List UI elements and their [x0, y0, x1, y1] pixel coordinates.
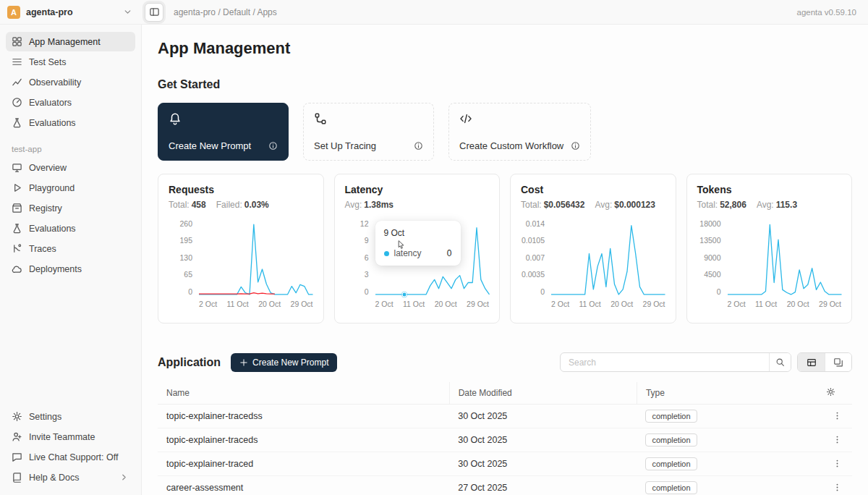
- search-button[interactable]: [769, 353, 791, 371]
- traces-icon: [12, 243, 22, 254]
- card-view-icon: [833, 358, 843, 368]
- row-menu-button[interactable]: [831, 457, 843, 470]
- table-row-topic-explainer-traced[interactable]: topic-explainer-traced 30 Oct 2025 compl…: [158, 452, 852, 475]
- app-name-cell[interactable]: topic-explainer-tracedss: [158, 404, 449, 428]
- y-tick: 130: [179, 254, 192, 262]
- stat-metric: Avg:$0.000123: [595, 200, 655, 210]
- stat-metric: Failed:0.03%: [216, 200, 269, 210]
- column-header-date-modified[interactable]: Date Modified: [449, 382, 637, 404]
- cloud-icon: [12, 263, 22, 274]
- stat-card-cost: Cost Total:$0.056432Avg:$0.000123 0.0140…: [510, 174, 676, 323]
- stat-card-title: Latency: [345, 184, 490, 195]
- get-started-card-set-up-tracing[interactable]: Set Up Tracing: [303, 103, 434, 161]
- create-new-prompt-button[interactable]: Create New Prompt: [231, 353, 337, 372]
- sidebar-main-nav: App Management Test Sets Observability E…: [6, 32, 135, 133]
- stat-card-metrics: Total:458Failed:0.03%: [169, 200, 313, 210]
- stat-card-metrics: Total:52,806Avg:115.3: [697, 200, 842, 210]
- chevron-right-icon: [119, 472, 129, 483]
- sidebar-panel-icon: [149, 7, 160, 17]
- card-view-button[interactable]: [825, 353, 851, 371]
- x-tick: 11 Oct: [227, 300, 249, 308]
- get-started-card-label: Set Up Tracing: [314, 140, 376, 151]
- y-tick: 12: [360, 220, 369, 228]
- x-tick: 2 Oct: [199, 300, 217, 308]
- sidebar: App Management Test Sets Observability E…: [0, 25, 142, 495]
- app-date-modified-cell: 27 Oct 2025: [449, 475, 637, 495]
- y-tick: 0: [188, 288, 192, 296]
- chart-x-axis: 2 Oct11 Oct20 Oct29 Oct: [551, 300, 665, 308]
- view-toggle: [797, 352, 852, 372]
- code-icon: [459, 112, 580, 125]
- x-tick: 29 Oct: [643, 300, 665, 308]
- dots-vertical-icon: [833, 483, 842, 492]
- stat-card-title: Cost: [521, 184, 665, 195]
- column-header-name[interactable]: Name: [158, 382, 449, 404]
- sidebar-item-evaluations[interactable]: Evaluations: [6, 113, 135, 132]
- row-menu-button[interactable]: [831, 410, 843, 422]
- sidebar-item-app-management[interactable]: App Management: [6, 32, 135, 51]
- app-name-cell[interactable]: career-assessment: [158, 475, 449, 495]
- row-menu-button[interactable]: [831, 481, 843, 494]
- user-plus-icon: [12, 431, 22, 442]
- x-tick: 20 Oct: [435, 300, 457, 308]
- info-icon[interactable]: [571, 141, 580, 151]
- table-header-row: Name Date Modified Type: [158, 382, 852, 404]
- sidebar-item-traces[interactable]: Traces: [6, 239, 135, 258]
- stat-card-metrics: Avg:1.38ms: [345, 200, 490, 210]
- y-tick: 0.007: [526, 254, 545, 262]
- sidebar-toggle-button[interactable]: [145, 3, 163, 22]
- x-tick: 11 Oct: [403, 300, 425, 308]
- table-row-topic-explainer-traceds[interactable]: topic-explainer-traceds 30 Oct 2025 comp…: [158, 428, 852, 452]
- x-tick: 11 Oct: [579, 300, 601, 308]
- table-view-button[interactable]: [798, 353, 825, 371]
- chart-x-axis: 2 Oct11 Oct20 Oct29 Oct: [728, 300, 842, 308]
- x-tick: 2 Oct: [551, 300, 569, 308]
- chart-plot: [551, 220, 665, 295]
- table-settings-icon[interactable]: [826, 387, 835, 397]
- chart-x-axis: 2 Oct11 Oct20 Oct29 Oct: [375, 300, 490, 308]
- sidebar-item-live-chat-support-off[interactable]: Live Chat Support: Off: [6, 447, 135, 467]
- sidebar-item-evaluators[interactable]: Evaluators: [6, 93, 135, 112]
- info-icon[interactable]: [268, 141, 278, 151]
- y-tick: 3: [365, 271, 369, 279]
- get-started-cards: Create New Prompt Set Up Tracing Create …: [158, 103, 852, 161]
- sidebar-item-evaluations[interactable]: Evaluations: [6, 219, 135, 238]
- sidebar-item-label: Help & Docs: [29, 473, 79, 483]
- sidebar-app-nav: Overview Playground Registry Evaluations…: [6, 158, 135, 279]
- sidebar-item-observability[interactable]: Observability: [6, 72, 135, 92]
- info-icon[interactable]: [414, 141, 423, 151]
- play-icon: [12, 182, 22, 193]
- app-name-cell[interactable]: topic-explainer-traced: [158, 452, 449, 475]
- sidebar-item-label: Playground: [29, 183, 75, 193]
- sidebar-item-test-sets[interactable]: Test Sets: [6, 52, 135, 72]
- sidebar-item-registry[interactable]: Registry: [6, 198, 135, 218]
- stat-card-latency: Latency Avg:1.38ms 129630 2 Oct11 Oct20 …: [334, 174, 501, 323]
- column-header-type[interactable]: Type: [637, 382, 817, 404]
- workspace-switcher[interactable]: A agenta-pro: [0, 6, 142, 19]
- stat-card-metrics: Total:$0.056432Avg:$0.000123: [521, 200, 665, 210]
- row-menu-button[interactable]: [831, 433, 843, 446]
- stat-metric: Avg:1.38ms: [345, 200, 394, 210]
- x-tick: 29 Oct: [819, 300, 841, 308]
- sidebar-item-overview[interactable]: Overview: [6, 158, 135, 177]
- tooltip-series-row: latency0: [384, 248, 452, 258]
- sidebar-item-settings[interactable]: Settings: [6, 407, 135, 426]
- table-row-topic-explainer-tracedss[interactable]: topic-explainer-tracedss 30 Oct 2025 com…: [158, 404, 852, 428]
- y-tick: 4500: [704, 271, 720, 279]
- x-tick: 2 Oct: [728, 300, 746, 308]
- search-input[interactable]: [561, 353, 769, 371]
- sidebar-item-invite-teammate[interactable]: Invite Teammate: [6, 427, 135, 447]
- dots-vertical-icon: [833, 411, 842, 420]
- get-started-card-create-new-prompt[interactable]: Create New Prompt: [158, 103, 289, 161]
- sidebar-item-help-docs[interactable]: Help & Docs: [6, 468, 135, 487]
- get-started-card-create-custom-workflow[interactable]: Create Custom Workflow: [448, 103, 591, 161]
- list-icon: [12, 56, 22, 67]
- table-row-career-assessment[interactable]: career-assessment 27 Oct 2025 completion: [158, 475, 852, 495]
- app-name-cell[interactable]: topic-explainer-traceds: [158, 428, 449, 452]
- tooltip-date: 9 Oct: [384, 228, 452, 238]
- sidebar-item-deployments[interactable]: Deployments: [6, 259, 135, 279]
- sidebar-item-playground[interactable]: Playground: [6, 178, 135, 198]
- get-started-card-label: Create Custom Workflow: [459, 140, 563, 151]
- y-tick: 260: [179, 220, 192, 228]
- chevron-down-icon: [122, 7, 133, 17]
